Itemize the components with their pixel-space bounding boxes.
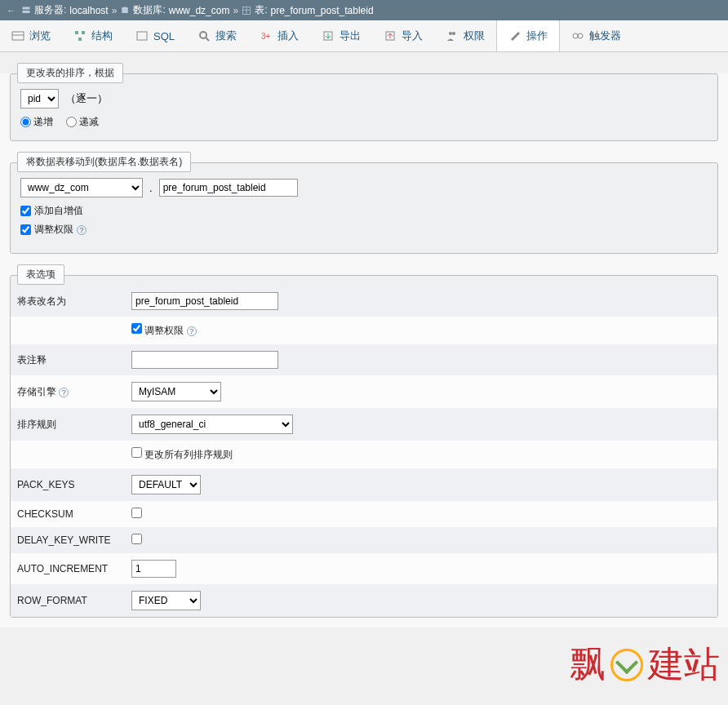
svg-line-14 — [206, 38, 209, 41]
table-value: pre_forum_post_tableid — [270, 5, 373, 16]
change-all-cols-row: 更改所有列排序规则 — [11, 441, 717, 468]
help-icon[interactable]: ? — [59, 388, 69, 397]
privileges-icon — [446, 29, 459, 42]
back-arrow[interactable]: ← — [7, 5, 16, 16]
comment-input[interactable] — [131, 351, 278, 369]
row-format-label: ROW_FORMAT — [11, 584, 125, 617]
operations-icon — [508, 29, 522, 42]
pack-keys-label: PACK_KEYS — [11, 468, 125, 501]
svg-rect-7 — [12, 32, 24, 40]
main-content: 更改表的排序，根据 pid （逐一） 递增 递减 将数据表移动到(数据库名.数据… — [0, 73, 728, 627]
checksum-checkbox[interactable] — [131, 508, 142, 518]
pack-keys-select[interactable]: DEFAULT — [131, 475, 201, 494]
tab-label: 插入 — [277, 29, 299, 43]
checksum-label: CHECKSUM — [11, 501, 125, 527]
add-autoinc-label: 添加自增值 — [34, 204, 83, 218]
breadcrumb: ← 服务器: localhost » 数据库: www_dz_com » 表: … — [0, 0, 728, 20]
svg-point-13 — [200, 32, 206, 38]
collation-label: 排序规则 — [11, 408, 125, 441]
triggers-icon — [571, 29, 584, 42]
sort-order-panel: 更改表的排序，根据 pid （逐一） 递增 递减 — [10, 73, 718, 141]
tab-privileges[interactable]: 权限 — [434, 20, 496, 51]
engine-select[interactable]: MyISAM — [131, 382, 221, 401]
help-icon[interactable]: ? — [77, 225, 87, 235]
tab-sql[interactable]: SQL — [124, 20, 186, 51]
rename-label: 将表改名为 — [11, 286, 125, 317]
comment-row: 表注释 — [11, 344, 717, 375]
sort-desc-label[interactable]: 递减 — [66, 115, 99, 129]
search-icon — [198, 29, 211, 42]
breadcrumb-table[interactable]: 表: pre_forum_post_tableid — [242, 3, 373, 17]
svg-point-18 — [449, 32, 452, 35]
import-icon — [384, 29, 397, 42]
comment-label: 表注释 — [11, 344, 125, 375]
breadcrumb-server[interactable]: 服务器: localhost — [21, 3, 109, 17]
tab-label: 导入 — [402, 29, 423, 43]
breadcrumb-separator: » — [112, 5, 118, 16]
browse-icon — [11, 29, 24, 42]
change-all-cols-label: 更改所有列排序规则 — [144, 449, 233, 460]
table-options-panel: 表选项 将表改名为 调整权限 ? 表注释 存储引擎 ? MyISAM 排序规则 … — [10, 275, 718, 618]
database-icon — [120, 6, 130, 16]
insert-icon: 3+ — [260, 29, 273, 42]
tab-import[interactable]: 导入 — [372, 20, 434, 51]
tab-insert[interactable]: 3+插入 — [248, 20, 310, 51]
tab-label: 搜索 — [215, 29, 237, 43]
panel-title: 将数据表移动到(数据库名.数据表名) — [17, 152, 191, 172]
adjust-priv-row: 调整权限 ? — [11, 317, 717, 344]
adjust-priv-label2: 调整权限 — [144, 325, 184, 336]
breadcrumb-database[interactable]: 数据库: www_dz_com — [120, 3, 229, 17]
tab-label: 触发器 — [589, 29, 621, 43]
adjust-priv-checkbox2[interactable] — [131, 323, 142, 334]
panel-title: 更改表的排序，根据 — [17, 63, 123, 83]
add-autoinc-checkbox[interactable] — [20, 206, 31, 216]
auto-increment-row: AUTO_INCREMENT — [11, 553, 717, 584]
pack-keys-row: PACK_KEYS DEFAULT — [11, 468, 717, 501]
svg-point-21 — [578, 33, 583, 38]
breadcrumb-separator: » — [233, 5, 238, 16]
svg-rect-10 — [82, 31, 85, 34]
row-format-row: ROW_FORMAT FIXED — [11, 584, 717, 617]
tab-export[interactable]: 导出 — [310, 20, 372, 51]
adjust-priv-label: 调整权限 — [34, 223, 73, 237]
delay-key-checkbox[interactable] — [131, 534, 142, 544]
collation-select[interactable]: utf8_general_ci — [131, 415, 293, 434]
auto-increment-label: AUTO_INCREMENT — [11, 553, 125, 584]
svg-point-19 — [452, 32, 455, 35]
auto-increment-input[interactable] — [131, 560, 176, 578]
sql-icon — [135, 29, 149, 42]
checksum-row: CHECKSUM — [11, 501, 717, 527]
tab-label: 权限 — [464, 29, 485, 43]
target-db-select[interactable]: www_dz_com — [20, 178, 143, 197]
tab-label: 结构 — [91, 29, 113, 43]
sort-asc-radio[interactable] — [20, 117, 31, 127]
svg-text:3+: 3+ — [261, 32, 271, 41]
change-all-cols-checkbox[interactable] — [131, 447, 142, 458]
tab-triggers[interactable]: 触发器 — [560, 20, 633, 51]
svg-rect-3 — [122, 8, 129, 13]
help-icon[interactable]: ? — [187, 326, 197, 336]
svg-rect-12 — [137, 32, 147, 40]
tab-operations[interactable]: 操作 — [496, 20, 560, 51]
target-table-input[interactable] — [159, 179, 298, 197]
tab-search[interactable]: 搜索 — [186, 20, 248, 51]
sort-field-select[interactable]: pid — [20, 89, 59, 109]
sort-asc-label[interactable]: 递增 — [20, 115, 53, 129]
tab-label: 浏览 — [29, 29, 51, 43]
svg-point-20 — [573, 33, 578, 38]
tab-bar: 浏览 结构 SQL 搜索 3+插入 导出 导入 权限 操作 触发器 — [0, 20, 728, 52]
radio-text: 递减 — [79, 115, 99, 129]
adjust-priv-checkbox[interactable] — [20, 224, 31, 235]
row-format-select[interactable]: FIXED — [131, 591, 201, 610]
rename-input[interactable] — [131, 292, 278, 310]
server-label: 服务器: — [34, 3, 66, 17]
radio-text: 递增 — [33, 115, 53, 129]
sort-hint: （逐一） — [65, 91, 108, 106]
database-label: 数据库: — [133, 3, 165, 17]
tab-structure[interactable]: 结构 — [62, 20, 124, 51]
tab-browse[interactable]: 浏览 — [0, 20, 62, 51]
sort-desc-radio[interactable] — [66, 117, 77, 127]
svg-rect-9 — [75, 31, 78, 34]
delay-key-label: DELAY_KEY_WRITE — [11, 527, 125, 553]
separator-dot: . — [149, 182, 153, 194]
